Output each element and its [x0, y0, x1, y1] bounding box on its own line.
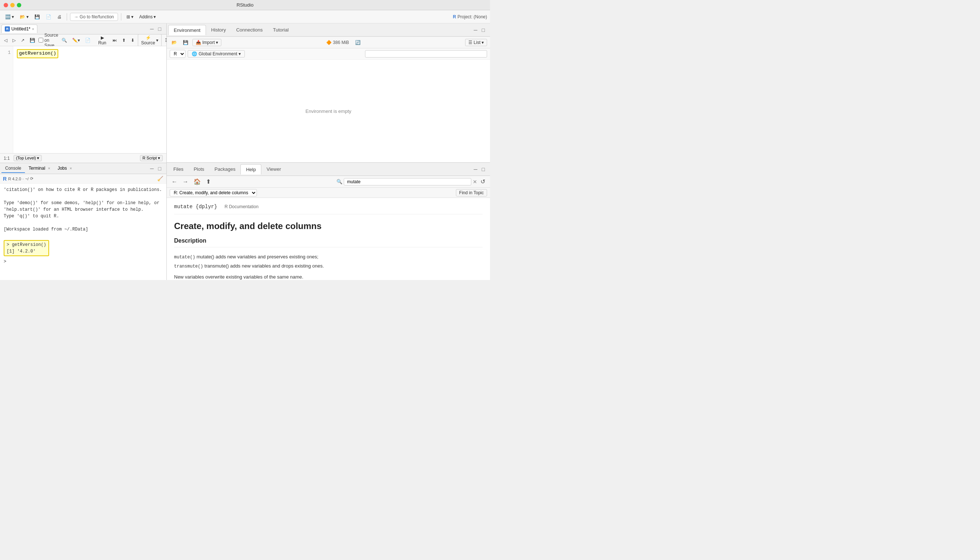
terminal-tab-close[interactable]: ×	[48, 166, 50, 170]
packages-tab-label: Packages	[214, 167, 235, 172]
browse-dir-button[interactable]: ⟳	[30, 176, 33, 181]
help-minimize-button[interactable]: ─	[472, 166, 479, 173]
help-refresh-button[interactable]: ↺	[478, 177, 487, 186]
help-print-button[interactable]: ⬆	[204, 177, 213, 186]
project-indicator: R Project: (None)	[453, 14, 487, 20]
files-tab[interactable]: Files	[168, 164, 188, 174]
editor-tab-close-button[interactable]: ×	[32, 27, 34, 31]
run-all-button[interactable]: ⏭	[111, 37, 119, 43]
close-button[interactable]	[4, 3, 8, 7]
code-editor[interactable]: 1 getRversion()	[0, 46, 167, 153]
editor-tab-untitled[interactable]: R Untitled1* ×	[2, 25, 37, 33]
global-env-label: Global Environment	[198, 51, 237, 57]
jobs-tab-close[interactable]: ×	[70, 166, 72, 170]
new-dropdown-icon: ▾	[12, 14, 14, 20]
save-all-button[interactable]: 📄	[43, 13, 53, 20]
env-minimize-button[interactable]: ─	[472, 27, 479, 33]
env-maximize-button[interactable]: □	[480, 27, 486, 33]
console-tab-console[interactable]: Console	[2, 164, 25, 173]
run-up-button[interactable]: ⬆	[120, 37, 128, 43]
history-tab-label: History	[211, 27, 226, 33]
env-refresh-button[interactable]: 🔄	[353, 39, 362, 46]
clear-console-button[interactable]: 🧹	[157, 176, 163, 182]
help-back-button[interactable]: ←	[170, 178, 179, 186]
r-logo-console: R	[3, 176, 7, 182]
help-topic-select[interactable]: R: Create, modify, and delete columns	[170, 189, 257, 197]
console-helpstart-line: 'help.start()' for an HTML browser inter…	[4, 206, 163, 213]
packages-tab[interactable]: Packages	[209, 164, 240, 174]
undo-button[interactable]: ◁	[2, 37, 9, 43]
code-content[interactable]: getRversion()	[13, 46, 167, 153]
help-maximize-button[interactable]: □	[480, 166, 486, 173]
console-blank-3	[4, 233, 163, 239]
run-button[interactable]: ▶ Run	[95, 35, 109, 46]
open-file-button[interactable]: 📂 ▾	[18, 13, 31, 20]
source-nav-button[interactable]: ↗	[19, 37, 27, 43]
goto-file-button[interactable]: → Go to file/function	[70, 13, 118, 21]
code-level-button[interactable]: (Top Level) ▾	[13, 155, 42, 161]
environment-tab[interactable]: Environment	[168, 25, 206, 35]
editor-maximize-button[interactable]: □	[157, 26, 163, 32]
editor-area: R Untitled1* × ─ □ ◁ ▷ ↗ 💾 Source on Sav…	[0, 23, 167, 163]
source-button[interactable]: ⚡ Source ▾	[138, 34, 162, 47]
files-tab-label: Files	[173, 167, 183, 172]
tutorial-tab[interactable]: Tutorial	[268, 25, 294, 35]
console-result: [1] '4.2.0'	[7, 248, 46, 255]
find-in-topic-button[interactable]: Find in Topic	[456, 189, 487, 197]
source-on-save-checkbox[interactable]	[38, 38, 43, 43]
script-type-button[interactable]: R Script ▾	[140, 155, 163, 161]
help-forward-button[interactable]: →	[181, 178, 190, 186]
help-search-input[interactable]	[344, 178, 471, 185]
plots-tab[interactable]: Plots	[188, 164, 209, 174]
new-file-button[interactable]: 🆕 ▾	[3, 13, 16, 20]
goto-arrow-icon: →	[74, 14, 78, 20]
env-save-button[interactable]: 💾	[181, 39, 190, 46]
tutorial-tab-label: Tutorial	[273, 27, 289, 33]
console-blank-1	[4, 193, 163, 200]
redo-button[interactable]: ▷	[11, 37, 18, 43]
find-in-topic-label: Find in Topic	[459, 190, 484, 195]
help-body: mutate() mutate() adds new variables and…	[174, 253, 483, 280]
console-output[interactable]: 'citation()' on how to cite R or R packa…	[0, 183, 167, 280]
r-version-select[interactable]: R	[170, 50, 185, 58]
run-down-button[interactable]: ⬇	[129, 37, 136, 43]
open-dropdown-icon: ▾	[27, 14, 28, 20]
console-tab-terminal[interactable]: Terminal ×	[25, 164, 54, 173]
editor-minimize-button[interactable]: ─	[149, 26, 155, 32]
help-search-clear-button[interactable]: ✕	[473, 179, 477, 185]
right-panel: Environment History Connections Tutorial…	[167, 23, 490, 280]
help-body-text1: mutate() adds new variables and preserve…	[197, 254, 318, 260]
list-view-button[interactable]: ☰ List ▾	[465, 39, 487, 46]
console-maximize-button[interactable]: □	[157, 165, 163, 172]
environment-search-input[interactable]	[365, 50, 487, 58]
environment-tab-label: Environment	[174, 27, 200, 33]
connections-tab[interactable]: Connections	[231, 25, 268, 35]
source-on-save-label: Source on Save	[38, 33, 58, 48]
code-tools-button[interactable]: ✏️▾	[70, 37, 82, 43]
save-button[interactable]: 💾	[32, 13, 42, 20]
import-button[interactable]: 📥 Import ▾	[192, 39, 222, 46]
grid-button[interactable]: ⊞ ▾	[124, 13, 136, 20]
console-tab-jobs[interactable]: Jobs ×	[54, 164, 75, 173]
environment-toolbar: 📂 💾 📥 Import ▾ 🔶 386 MiB 🔄 ☰ List ▾	[167, 37, 490, 48]
help-home-button[interactable]: 🏠	[192, 177, 203, 186]
save-editor-button[interactable]: 💾	[28, 37, 37, 43]
environment-selector: R 🌐 Global Environment ▾	[167, 48, 490, 60]
minimize-button[interactable]	[10, 3, 15, 7]
history-tab[interactable]: History	[206, 25, 231, 35]
addins-label: Addins	[139, 14, 153, 20]
console-minimize-button[interactable]: ─	[149, 165, 155, 172]
help-window-buttons: ─ □	[472, 166, 488, 173]
env-back-button[interactable]: 📂	[170, 39, 179, 46]
addins-button[interactable]: Addins ▾	[137, 13, 158, 20]
main-layout: R Untitled1* × ─ □ ◁ ▷ ↗ 💾 Source on Sav…	[0, 23, 490, 280]
viewer-tab[interactable]: Viewer	[261, 164, 286, 174]
search-editor-button[interactable]: 🔍	[60, 37, 69, 43]
maximize-button[interactable]	[17, 3, 21, 7]
print-button[interactable]: 🖨	[55, 13, 64, 20]
console-prompt-current[interactable]: >	[4, 258, 163, 265]
help-tab[interactable]: Help	[240, 164, 261, 175]
global-env-button[interactable]: 🌐 Global Environment ▾	[188, 50, 245, 58]
help-content[interactable]: mutate {dplyr} R Documentation Create, m…	[167, 198, 490, 280]
compile-button[interactable]: 📄	[83, 37, 92, 43]
